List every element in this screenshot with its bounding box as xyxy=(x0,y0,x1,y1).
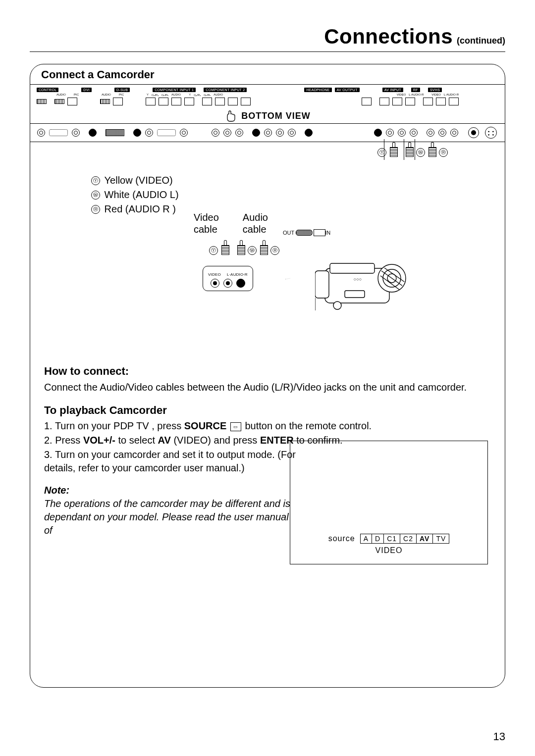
avout-port-icon xyxy=(392,98,402,105)
osd-source-item: D xyxy=(372,534,384,544)
av-input-plugs: Ⓨ Ⓦ Ⓡ xyxy=(376,142,449,157)
legend-mark-w: Ⓦ xyxy=(91,191,100,200)
rca-plug-icon xyxy=(237,240,244,255)
playback-step2-c: to select xyxy=(118,435,158,446)
how-to-heading: How to connect: xyxy=(44,364,491,379)
port-sub-laudior: L·AUDIO·R xyxy=(409,93,424,96)
svg-rect-4 xyxy=(315,271,329,298)
plug-mark-w2: Ⓦ xyxy=(248,246,257,255)
rca-jack-video-icon xyxy=(211,279,219,288)
port-label-rf: RF xyxy=(411,88,420,92)
avout-port-icon xyxy=(379,98,389,105)
jack-icon xyxy=(212,129,219,137)
slot-icon xyxy=(157,129,176,136)
avout-port-icon xyxy=(405,98,415,105)
port-sub-crpr: Cᵣ/Pᵣ xyxy=(161,93,168,97)
jack-icon xyxy=(89,129,97,137)
comp1-port-icon xyxy=(184,98,194,105)
header-subtitle: (continued) xyxy=(457,36,505,46)
plug-mark-w: Ⓦ xyxy=(416,148,425,157)
slot-icon xyxy=(49,129,68,136)
out-in-switch: OUT IN xyxy=(283,229,330,236)
port-sublabels-row: AUDIO PIC AUDIO PIC Y Cₐ/Pₐ Cᵣ/Pᵣ AUDIO … xyxy=(30,93,505,98)
section-title: Connect a Camcorder xyxy=(41,68,155,81)
playback-step1-c: button on the remote control. xyxy=(245,420,372,431)
jack-icon xyxy=(72,129,80,137)
note-line2: dependant on your model. Please read the… xyxy=(44,511,289,536)
note-line1: The operations of the camcorder may be d… xyxy=(44,498,290,509)
playback-step1-a: 1. Turn on your PDP TV , press xyxy=(44,420,184,431)
camcorder-icon: ○○○ xyxy=(315,241,414,315)
rca-module-video-label: VIDEO xyxy=(208,272,221,277)
playback-step2-enter: ENTER xyxy=(260,435,294,446)
port-label-comp1: COMPONENT INPUT 1 xyxy=(153,88,196,92)
dvi-sub-port-icon xyxy=(67,98,77,105)
rf-antenna-icon xyxy=(468,127,479,138)
port-sub-audio3: AUDIO xyxy=(171,93,181,96)
playback-step2-a: 2. Press xyxy=(44,435,83,446)
jack-icon xyxy=(133,129,141,137)
plug-mark-r2: Ⓡ xyxy=(270,246,279,255)
playback-step3-text: 3. Turn on your camcorder and set it to … xyxy=(44,449,296,473)
out-label: OUT xyxy=(283,230,294,236)
video-cable-label: Video cable xyxy=(194,211,219,235)
osd-source-row: source ADC1C2AVTV xyxy=(305,534,473,543)
osd-source-items: ADC1C2AVTV xyxy=(360,534,450,543)
color-legend: Ⓨ Yellow (VIDEO) Ⓦ White (AUDIO L) Ⓡ Red… xyxy=(90,172,179,218)
port-sub-cbpb: Cₐ/Pₐ xyxy=(152,93,159,97)
dsub-port-icon xyxy=(100,99,110,104)
jack-avin-video-icon xyxy=(427,129,434,137)
connection-diagram: Ⓨ Ⓦ Ⓡ Ⓨ Yellow (VIDEO) Ⓦ White (AUDIO L)… xyxy=(40,142,495,355)
comp1-port-icon xyxy=(146,98,156,105)
rca-plug-icon xyxy=(221,240,228,255)
plug-mark-y: Ⓨ xyxy=(377,148,386,157)
comp2-port-icon xyxy=(202,98,212,105)
header-title: Connections xyxy=(324,25,453,49)
playback-step2-e: (VIDEO) and press xyxy=(173,435,260,446)
note-label: Note: xyxy=(44,485,69,496)
jack-icon xyxy=(223,129,231,137)
playback-step1-source: SOURCE xyxy=(184,420,227,431)
jack-avout-r-icon xyxy=(410,129,418,137)
how-to-line: Connect the Audio/Video cables between t… xyxy=(44,381,491,394)
port-sub-cbpb2: Cₐ/Pₐ xyxy=(194,93,201,97)
page-number: 13 xyxy=(493,730,505,743)
rca-breakout-module: VIDEO L·AUDIO·R xyxy=(203,266,253,291)
port-label-dsub: D-SUB xyxy=(114,88,130,92)
legend-text-red: Red (AUDIO R ) xyxy=(105,203,176,215)
svhs-icon xyxy=(485,127,497,139)
osd-subtext: VIDEO xyxy=(305,546,473,555)
bottom-view-label: BOTTOM VIEW xyxy=(241,111,311,121)
plug-mark-y2: Ⓨ xyxy=(209,246,218,255)
jack-icon xyxy=(264,129,272,137)
port-sub-video: VIDEO xyxy=(397,93,406,96)
osd-source-item: AV xyxy=(417,534,433,544)
jack-icon xyxy=(305,129,313,137)
comp2-port-icon xyxy=(241,98,251,105)
port-label-svhs: SVHS xyxy=(428,88,442,92)
osd-source-label: source xyxy=(328,534,355,543)
port-sub-video2: VIDEO xyxy=(431,93,441,96)
page-header: Connections (continued) xyxy=(30,25,505,49)
port-sub-y2: Y xyxy=(189,93,191,96)
chip-icon xyxy=(106,129,124,136)
audio-cable-label-l1: Audio xyxy=(243,212,268,223)
page: Connections (continued) Connect a Camcor… xyxy=(0,0,535,756)
port-labels-row: CONTROL DVI D-SUB COMPONENT INPUT 1 COMP… xyxy=(30,85,505,93)
dvi-port-icon xyxy=(54,99,64,104)
svg-rect-3 xyxy=(330,263,374,273)
avin-port-icon xyxy=(436,98,446,105)
pointer-hand-icon xyxy=(224,109,237,122)
comp1-port-icon xyxy=(159,98,168,105)
osd-source-item: A xyxy=(360,534,372,544)
svg-line-0 xyxy=(285,278,290,279)
plug-mark-r: Ⓡ xyxy=(439,148,448,157)
port-sub-audio: AUDIO xyxy=(56,93,66,96)
osd-source-item: C2 xyxy=(400,534,417,544)
rca-plug-icon xyxy=(406,142,413,157)
jack-avin-r-icon xyxy=(450,129,458,137)
jack-icon xyxy=(37,129,45,137)
rca-jack-l-icon xyxy=(223,279,232,288)
svg-rect-8 xyxy=(345,291,365,298)
port-label-headphone: HEADPHONE xyxy=(304,88,331,92)
